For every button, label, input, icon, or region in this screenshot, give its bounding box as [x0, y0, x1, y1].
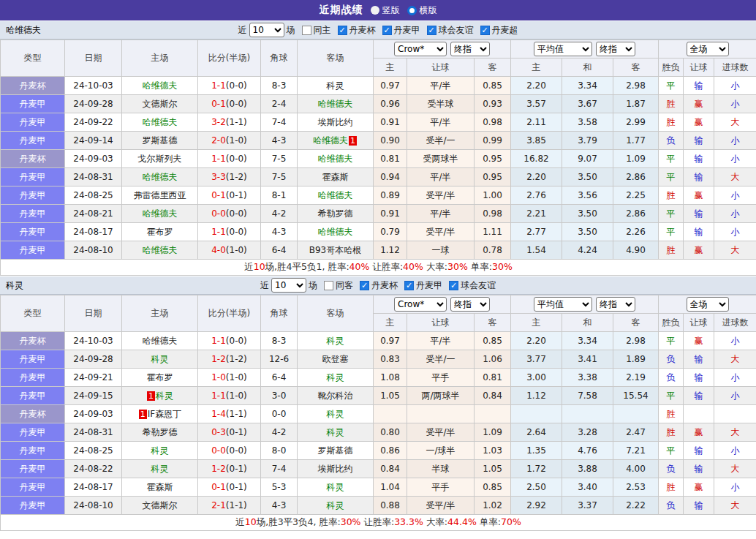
odds-handicap-cell: 一/球半 [407, 442, 475, 460]
avg-stage-select[interactable]: 终指 [596, 42, 635, 56]
team-sections: 哈维德夫近10场同主✓丹麦杯✓丹麦甲✓球会友谊✓丹麦超类型日期主场比分(半场)角… [0, 20, 756, 531]
result-cell: 胜 [659, 478, 684, 497]
date-cell: 24-08-17 [65, 478, 122, 497]
date-cell: 24-09-15 [65, 387, 122, 405]
avg-stage-select[interactable]: 终指 [596, 297, 635, 312]
handicap-result-cell: 输 [684, 168, 714, 186]
odds-away-cell: 0.93 [475, 95, 511, 113]
score-cell: 0-3(0-1) [198, 423, 261, 442]
corner-cell: 8-3 [261, 332, 298, 350]
handicap-result-header: 让球 [684, 314, 714, 332]
away-team: 哈维德夫 [318, 99, 353, 109]
handicap-result-cell: 赢 [684, 95, 714, 113]
league-filter-checkbox[interactable]: ✓ [338, 26, 347, 35]
home-team: 科灵 [151, 464, 169, 474]
odds-away-cell: 1.09 [475, 423, 511, 442]
odds-away-cell: 1.11 [475, 223, 511, 241]
league-filter-checkbox[interactable]: ✓ [427, 26, 436, 35]
result-cell: 负 [659, 369, 684, 387]
halftime-score: (1-0) [226, 372, 247, 382]
date-cell: 24-08-31 [65, 423, 122, 442]
games-label: 场 [309, 279, 317, 292]
avg-draw-header: 和 [562, 314, 613, 332]
odds-stage-select[interactable]: 终指 [450, 42, 490, 56]
bookmaker-select[interactable]: Crow* [394, 297, 447, 312]
league-filter-checkbox[interactable]: ✓ [360, 281, 369, 290]
league-filter-checkbox[interactable]: ✓ [382, 26, 392, 35]
match-row: 丹麦甲24-08-22科灵1-2(0-1)7-4埃斯比约0.84半球1.051.… [1, 460, 756, 478]
odds-handicap-cell: 平/半 [407, 77, 475, 95]
goals-cell: 大 [714, 168, 756, 186]
odds-home-cell: 0.94 [374, 168, 407, 186]
results-table: 类型日期主场比分(半场)角球客场Crow*终指平均值终指全场主让球客主和客胜负让… [0, 39, 756, 276]
halftime-score: (0-0) [226, 336, 247, 346]
bookmaker-odds-header: Crow*终指 [374, 295, 511, 314]
avg-draw-cell: 3.37 [562, 497, 613, 515]
odds-handicap-cell: 受半球 [407, 95, 475, 113]
avg-home-cell: 2.20 [511, 332, 562, 350]
home-team: 罗斯基德 [143, 135, 178, 146]
score-cell: 1-1(0-0) [198, 332, 261, 350]
handicap-result-cell: 赢 [684, 423, 714, 442]
match-count-select[interactable]: 10 [249, 23, 284, 37]
odds-away-cell: 1.00 [475, 186, 511, 205]
avg-home-cell: 2.20 [511, 77, 562, 95]
league-cell: 丹麦甲 [1, 186, 65, 205]
average-select[interactable]: 平均值 [534, 297, 592, 312]
goals-cell: 大 [714, 460, 756, 478]
avg-away-cell: 1.77 [613, 132, 659, 150]
home-team: 文德斯尔 [143, 99, 178, 109]
halftime-score: (1-1) [226, 500, 247, 510]
result-cell: 平 [659, 332, 684, 350]
date-cell: 24-08-25 [65, 186, 122, 205]
score-cell: 1-1(0-0) [198, 77, 261, 95]
league-filter-checkbox[interactable]: ✓ [480, 26, 490, 35]
away-team: 欧登塞 [322, 354, 349, 364]
summary-row: 近10场,胜4平5负1, 胜率:40% 让胜率:40% 大率:30% 单率:30… [1, 260, 756, 276]
same-venue-checkbox[interactable] [324, 281, 333, 290]
summary-segment: 单率: [468, 261, 492, 272]
score-cell: 1-0(1-0) [198, 369, 261, 387]
result-cell: 负 [659, 132, 684, 150]
league-filter-checkbox[interactable]: ✓ [449, 281, 458, 290]
league-filter-label: 球会友谊 [461, 279, 496, 292]
avg-away-cell: 2.26 [613, 223, 659, 241]
summary-segment: 30% [341, 516, 361, 527]
bookmaker-select[interactable]: Crow* [394, 42, 447, 56]
goals-cell: 大 [714, 423, 756, 442]
avg-away-cell: 2.25 [613, 186, 659, 205]
match-row: 丹麦杯24-09-03戈尔斯列夫1-1(0-0)7-5哈维德夫0.81受两球半0… [1, 150, 756, 168]
result-cell: 平 [659, 150, 684, 168]
score-cell: 1-2(0-1) [198, 460, 261, 478]
avg-away-cell: 1.89 [613, 350, 659, 369]
same-venue-checkbox[interactable] [302, 26, 311, 35]
result-scope-header: 全场 [659, 295, 756, 314]
summary-segment: 近 [235, 516, 245, 527]
goals-cell: 小 [714, 332, 756, 350]
avg-away-cell: 2.53 [613, 478, 659, 497]
corner-cell: 7-4 [261, 113, 298, 132]
away-team-cell: 科灵 [298, 405, 374, 423]
fulltime-score: 2-1 [211, 500, 226, 510]
corner-cell: 12-6 [261, 350, 298, 369]
horizontal-layout-radio[interactable]: 横版 [407, 4, 437, 17]
match-count-select[interactable]: 10 [271, 278, 306, 293]
score-cell: 2-1(1-1) [198, 497, 261, 515]
league-filter-checkbox[interactable]: ✓ [404, 281, 414, 290]
average-select[interactable]: 平均值 [534, 42, 592, 56]
scope-select[interactable]: 全场 [687, 297, 729, 312]
odds-home-cell: 1.05 [374, 387, 407, 405]
result-cell: 胜 [659, 405, 684, 423]
away-team: 霍森斯 [322, 172, 349, 182]
home-team-cell: 文德斯尔 [122, 497, 198, 515]
odds-handicap-cell: 两/两球半 [407, 387, 475, 405]
odds-stage-select[interactable]: 终指 [450, 297, 490, 312]
away-team-cell: 科灵 [298, 497, 374, 515]
home-team-cell: 哈维德夫 [122, 332, 198, 350]
vertical-layout-radio[interactable]: 竖版 [371, 4, 400, 17]
league-filter-label: 丹麦甲 [394, 24, 420, 37]
league-cell: 丹麦甲 [1, 497, 65, 515]
scope-select[interactable]: 全场 [687, 42, 729, 56]
summary-segment: 30% [492, 261, 513, 272]
summary-segment: 40% [349, 261, 370, 272]
